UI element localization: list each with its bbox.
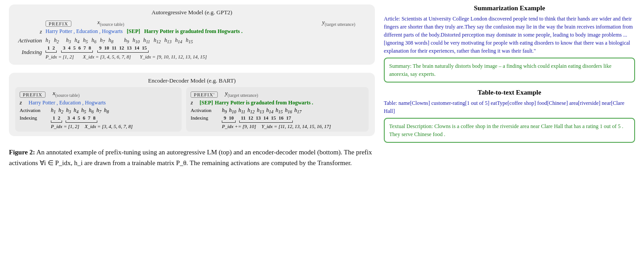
textual-box: Textual Description: Clowns is a coffee … bbox=[384, 118, 635, 143]
idx-nums-3: 9101112131415 bbox=[97, 45, 149, 50]
table-to-text-section: Table-to-text Example Table: name[Clowns… bbox=[384, 89, 635, 143]
bottom-diagram-title: Encoder-Decoder Model (e.g. BART) bbox=[15, 77, 369, 84]
bottom-left-act-row: Activation h1h2h3h4h5h6h7h8 bbox=[20, 107, 177, 114]
h1: h1 bbox=[46, 37, 50, 44]
main-layout: Autoregressive Model (e.g. GPT2) PREFIX … bbox=[9, 4, 635, 168]
h15: h15 bbox=[186, 37, 193, 44]
bottom-left-formulas: P_idx = [1, 2] X_idx = [3, 4, 5, 6, 7, 8… bbox=[51, 124, 133, 129]
figure-caption: Figure 2: An annotated example of prefix… bbox=[9, 147, 375, 168]
bottom-right-formulas: P_idx += [9, 10] Y_idx = [11, 12, 13, 14… bbox=[222, 124, 331, 129]
top-z-label: z bbox=[15, 28, 46, 35]
top-idx-label: Indexing bbox=[15, 49, 46, 56]
br-nums-2: 11121314151617 bbox=[239, 115, 293, 120]
bottom-right-z-sep: [SEP] bbox=[199, 100, 213, 106]
br-bracket-1 bbox=[222, 120, 236, 123]
h4: h4 bbox=[75, 37, 79, 44]
top-z-row: z Harry Potter , Education , Hogwarts [S… bbox=[15, 28, 369, 35]
caption-bold: Figure 2: bbox=[9, 149, 35, 156]
idx-nums-2: 345678 bbox=[61, 45, 93, 50]
bottom-left-box: PREFIX x(source table) z Harry Potter , … bbox=[15, 87, 182, 132]
bottom-right-header: PREFIX' y(target utterance) bbox=[191, 90, 364, 98]
bottom-diagram: Encoder-Decoder Model (e.g. BART) PREFIX… bbox=[9, 73, 375, 136]
h12: h12 bbox=[154, 37, 161, 44]
caption-text: An annotated example of prefix-tuning us… bbox=[9, 149, 372, 166]
bottom-left-idx-lbl: Indexing bbox=[20, 115, 51, 120]
bl-group-2: 345678 bbox=[66, 115, 97, 123]
top-z-sep: [SEP] bbox=[127, 28, 140, 34]
formula-y: Y_idx = [9, 10, 11, 12, 13, 14, 15] bbox=[140, 54, 207, 59]
bl-formula-p: P_idx = [1, 2] bbox=[51, 124, 79, 129]
bottom-right-y: y(target utterance) bbox=[225, 90, 258, 98]
top-prefix-label: PREFIX bbox=[46, 21, 71, 27]
formula-p: P_idx = [1, 2] bbox=[46, 54, 74, 59]
bottom-left-z-lbl: z bbox=[20, 99, 29, 106]
bottom-right-idx-lbl: Indexing bbox=[191, 115, 222, 120]
br-group-2: 11121314151617 bbox=[239, 115, 293, 123]
idx-group-1: 1 2 bbox=[46, 45, 57, 53]
bracket-1 bbox=[46, 50, 57, 53]
bottom-left-brackets: 12 345678 bbox=[51, 115, 133, 123]
table-section-title: Table-to-text Example bbox=[384, 89, 635, 96]
br-formula-p: P_idx += [9, 10] bbox=[222, 124, 256, 129]
bottom-left-header: PREFIX x(source table) bbox=[20, 90, 177, 98]
idx-nums-1: 1 2 bbox=[46, 45, 57, 50]
right-panel: Summarization Example Article: Scientist… bbox=[384, 4, 635, 143]
summarization-title: Summarization Example bbox=[384, 4, 635, 12]
h8: h8 bbox=[108, 37, 113, 44]
right-panel-inner: Summarization Example Article: Scientist… bbox=[384, 4, 635, 143]
bl-bracket-2 bbox=[66, 120, 97, 123]
h13: h13 bbox=[164, 37, 171, 44]
bottom-left-idx-body: 12 345678 P_idx = [1, 2] bbox=[51, 115, 133, 129]
bl-nums-1: 12 bbox=[51, 115, 62, 120]
top-diagram: Autoregressive Model (e.g. GPT2) PREFIX … bbox=[9, 4, 375, 65]
n1: 1 bbox=[47, 45, 50, 50]
formula-x: X_idx = [3, 4, 5, 6, 7, 8] bbox=[83, 54, 131, 59]
bottom-left-z-blue: Harry Potter , Education , Hogwarts bbox=[29, 100, 106, 106]
n2: 2 bbox=[53, 45, 55, 50]
top-z-green: Harry Potter is graduated from Hogwarts bbox=[144, 28, 240, 34]
top-header-row: PREFIX x(source table) y(target utteranc… bbox=[15, 19, 369, 27]
bottom-left-act-lbl: Activation bbox=[20, 108, 51, 113]
top-z-blue: Harry Potter , Education , Hogwarts bbox=[46, 28, 123, 34]
top-act-label: Activation bbox=[15, 37, 46, 44]
br-bracket-2 bbox=[239, 120, 293, 123]
h14: h14 bbox=[175, 37, 182, 44]
top-y-label: y(target utterance) bbox=[322, 19, 355, 27]
summarization-section: Summarization Example Article: Scientist… bbox=[384, 4, 635, 83]
bottom-right-act-vals: h9h10h11h12h13h14h15h16h17 bbox=[222, 107, 301, 114]
h10: h10 bbox=[133, 37, 140, 44]
top-act-row: Activation h1 h2 h3 h4 h5 h6 h7 h8 h9 bbox=[15, 37, 369, 44]
summary-box: Summary: The brain naturally distorts bo… bbox=[384, 58, 635, 83]
top-idx-body: 1 2 345678 bbox=[46, 45, 369, 59]
bottom-right-z-green: Harry Potter is graduated from Hogwarts … bbox=[215, 100, 313, 106]
bottom-left-act-vals: h1h2h3h4h5h6h7h8 bbox=[51, 107, 109, 114]
bottom-left-idx-row: Indexing 12 345678 bbox=[20, 115, 177, 129]
bottom-right-box: PREFIX' y(target utterance) z [SEP] Harr… bbox=[186, 87, 369, 132]
bottom-content: PREFIX x(source table) z Harry Potter , … bbox=[15, 87, 369, 132]
bracket-2 bbox=[61, 50, 93, 53]
top-z-body: Harry Potter , Education , Hogwarts [SEP… bbox=[46, 28, 369, 35]
br-formula-y: Y_idx = [11, 12, 13, 14, 15, 16, 17] bbox=[262, 124, 331, 129]
bottom-right-brackets: 910 11121314151617 bbox=[222, 115, 331, 123]
top-formulas: P_idx = [1, 2] X_idx = [3, 4, 5, 6, 7, 8… bbox=[46, 54, 369, 59]
left-panel: Autoregressive Model (e.g. GPT2) PREFIX … bbox=[9, 4, 375, 168]
top-x-label: x(source table) bbox=[97, 19, 124, 27]
bottom-left-x: x(source table) bbox=[53, 90, 79, 98]
article-text: Article: Scientists at University Colleg… bbox=[384, 15, 635, 55]
bottom-left-prefix: PREFIX bbox=[20, 91, 46, 98]
bottom-right-z-lbl: z bbox=[191, 99, 199, 106]
br-nums-1: 910 bbox=[222, 115, 236, 120]
h3: h3 bbox=[66, 37, 71, 44]
bracket-3 bbox=[97, 50, 149, 53]
br-group-1: 910 bbox=[222, 115, 236, 123]
h9: h9 bbox=[124, 37, 129, 44]
h11: h11 bbox=[143, 37, 150, 44]
bl-bracket-1 bbox=[51, 120, 62, 123]
top-diagram-title: Autoregressive Model (e.g. GPT2) bbox=[15, 9, 369, 16]
bottom-left-z-row: z Harry Potter , Education , Hogwarts bbox=[20, 99, 177, 106]
diagrams-wrapper: Autoregressive Model (e.g. GPT2) PREFIX … bbox=[9, 4, 375, 141]
bottom-right-idx-body: 910 11121314151617 P_idx += [ bbox=[222, 115, 331, 129]
bl-formula-x: X_idx = [3, 4, 5, 6, 7, 8] bbox=[85, 124, 133, 129]
bottom-right-act-lbl: Activation bbox=[191, 108, 222, 113]
h6: h6 bbox=[91, 37, 96, 44]
